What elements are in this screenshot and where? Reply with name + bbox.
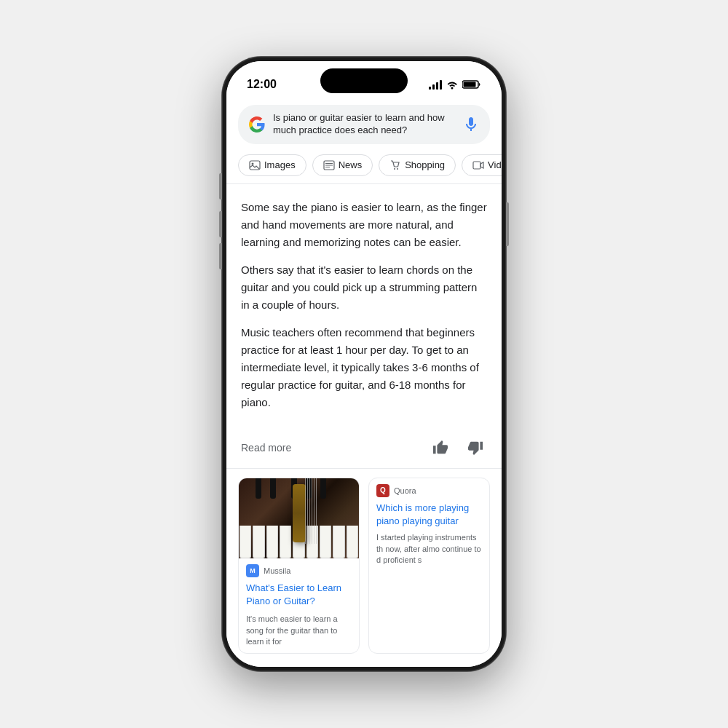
answer-footer: Read more — [226, 430, 502, 469]
quora-favicon: Q — [376, 484, 389, 497]
images-icon — [249, 159, 261, 171]
mussila-snippet: It's much easier to learn a song for the… — [239, 612, 359, 653]
chip-images-label: Images — [264, 159, 296, 170]
answer-text: Some say the piano is easier to learn, a… — [241, 199, 487, 411]
results-grid: M Mussila What's Easier to Learn Piano o… — [226, 469, 502, 663]
google-logo — [248, 116, 266, 133]
battery-icon — [462, 79, 481, 90]
thumbs-down-button[interactable] — [464, 436, 487, 459]
quora-header: Q Quora — [376, 484, 482, 497]
phone-screen: 12:00 — [226, 61, 502, 667]
chip-shopping[interactable]: Shopping — [379, 154, 456, 176]
shopping-icon — [389, 159, 401, 171]
status-icons — [429, 79, 481, 90]
news-icon — [323, 159, 335, 171]
chip-news-label: News — [339, 159, 363, 170]
mic-icon[interactable] — [462, 116, 480, 133]
chip-news[interactable]: News — [312, 154, 373, 176]
signal-icon — [429, 79, 442, 90]
svg-point-3 — [252, 162, 254, 165]
svg-point-8 — [394, 168, 395, 170]
video-icon — [472, 159, 484, 171]
status-time: 12:00 — [247, 78, 277, 91]
quora-title: Which is more playing piano playing guit… — [376, 502, 482, 528]
search-bar-container: Is piano or guitar easier to learn and h… — [226, 98, 502, 150]
quora-name: Quora — [394, 486, 416, 495]
answer-paragraph-3: Music teachers often recommend that begi… — [241, 324, 487, 411]
mussila-favicon: M — [246, 564, 259, 577]
filter-chips: Images News — [226, 150, 502, 184]
result-card-quora[interactable]: Q Quora Which is more playing piano play… — [368, 478, 490, 654]
wifi-icon — [446, 79, 458, 90]
answer-paragraph-2: Others say that it's easier to learn cho… — [241, 261, 487, 314]
mussila-name: Mussila — [264, 566, 290, 575]
status-bar: 12:00 — [226, 61, 502, 98]
read-more-link[interactable]: Read more — [241, 442, 291, 454]
quora-snippet: I started playing instruments th now, af… — [376, 532, 482, 566]
svg-point-9 — [397, 168, 398, 170]
thumbs-up-icon — [432, 440, 448, 456]
svg-rect-1 — [464, 82, 476, 87]
feedback-buttons — [429, 436, 487, 459]
phone-device: 12:00 — [222, 57, 506, 671]
thumbs-down-icon — [467, 440, 483, 456]
piano-guitar-image — [239, 478, 359, 558]
answer-section: Some say the piano is easier to learn, a… — [226, 184, 502, 430]
dynamic-island — [320, 68, 408, 93]
chip-videos-label: Vide... — [488, 159, 502, 170]
mussila-source: M Mussila — [239, 558, 359, 580]
chip-shopping-label: Shopping — [405, 159, 445, 170]
search-query: Is piano or guitar easier to learn and h… — [273, 112, 455, 137]
main-content[interactable]: Is piano or guitar easier to learn and h… — [226, 98, 502, 667]
chip-videos[interactable]: Vide... — [462, 154, 502, 176]
search-bar[interactable]: Is piano or guitar easier to learn and h… — [238, 105, 490, 144]
thumbs-up-button[interactable] — [429, 436, 452, 459]
result-card-mussila[interactable]: M Mussila What's Easier to Learn Piano o… — [238, 478, 360, 654]
svg-rect-10 — [473, 162, 480, 169]
answer-paragraph-1: Some say the piano is easier to learn, a… — [241, 199, 487, 251]
quora-content: Q Quora Which is more playing piano play… — [369, 478, 489, 572]
chip-images[interactable]: Images — [238, 154, 306, 176]
mussila-title: What's Easier to Learn Piano or Guitar? — [239, 580, 359, 612]
